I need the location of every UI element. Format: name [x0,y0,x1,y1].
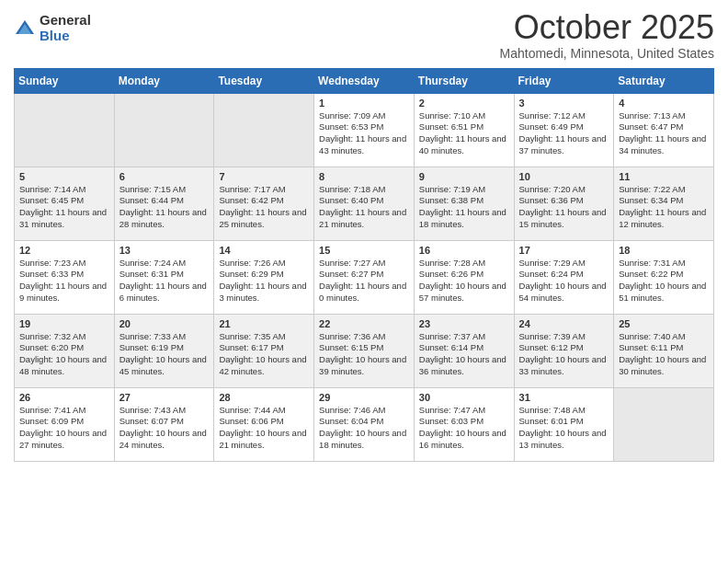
day-content: Sunrise: 7:28 AM Sunset: 6:26 PM Dayligh… [419,258,509,304]
day-number: 6 [119,171,210,182]
day-content: Sunrise: 7:31 AM Sunset: 6:22 PM Dayligh… [619,258,709,304]
day-number: 25 [619,318,709,329]
day-number: 9 [419,171,509,182]
calendar-header-row: SundayMondayTuesdayWednesdayThursdayFrid… [15,68,714,93]
day-number: 26 [19,392,109,403]
calendar-cell: 28Sunrise: 7:44 AM Sunset: 6:06 PM Dayli… [214,387,314,461]
calendar-cell: 17Sunrise: 7:29 AM Sunset: 6:24 PM Dayli… [514,240,614,314]
day-content: Sunrise: 7:09 AM Sunset: 6:53 PM Dayligh… [319,110,409,157]
day-content: Sunrise: 7:15 AM Sunset: 6:44 PM Dayligh… [119,184,210,231]
day-content: Sunrise: 7:40 AM Sunset: 6:11 PM Dayligh… [619,331,709,378]
calendar-cell: 26Sunrise: 7:41 AM Sunset: 6:09 PM Dayli… [15,387,115,461]
logo-blue: Blue [40,29,91,44]
calendar-cell: 5Sunrise: 7:14 AM Sunset: 6:45 PM Daylig… [15,167,115,240]
day-number: 23 [419,318,509,329]
calendar-cell: 7Sunrise: 7:17 AM Sunset: 6:42 PM Daylig… [214,167,314,240]
calendar-cell: 20Sunrise: 7:33 AM Sunset: 6:19 PM Dayli… [114,314,214,387]
day-number: 3 [519,98,609,109]
day-number: 4 [619,98,709,109]
day-number: 2 [419,98,509,109]
day-content: Sunrise: 7:23 AM Sunset: 6:33 PM Dayligh… [19,258,109,304]
day-content: Sunrise: 7:29 AM Sunset: 6:24 PM Dayligh… [519,258,609,304]
calendar-cell: 10Sunrise: 7:20 AM Sunset: 6:36 PM Dayli… [514,167,614,240]
title-section: October 2025 Mahtomedi, Minnesota, Unite… [500,9,714,61]
day-content: Sunrise: 7:20 AM Sunset: 6:36 PM Dayligh… [519,184,609,231]
day-content: Sunrise: 7:39 AM Sunset: 6:12 PM Dayligh… [519,331,609,378]
day-number: 31 [519,392,609,403]
logo: General Blue [14,13,91,43]
calendar-cell: 18Sunrise: 7:31 AM Sunset: 6:22 PM Dayli… [614,240,714,314]
day-content: Sunrise: 7:46 AM Sunset: 6:04 PM Dayligh… [319,405,409,452]
day-content: Sunrise: 7:27 AM Sunset: 6:27 PM Dayligh… [319,258,409,304]
day-number: 27 [119,392,210,403]
calendar-cell [114,93,214,167]
day-content: Sunrise: 7:22 AM Sunset: 6:34 PM Dayligh… [619,184,709,231]
calendar-week-row: 19Sunrise: 7:32 AM Sunset: 6:20 PM Dayli… [15,314,714,387]
day-content: Sunrise: 7:44 AM Sunset: 6:06 PM Dayligh… [219,405,309,452]
header-friday: Friday [514,68,614,93]
day-number: 19 [19,318,109,329]
day-number: 13 [119,245,210,256]
logo-icon [14,17,36,40]
month-title: October 2025 [500,9,714,46]
day-content: Sunrise: 7:17 AM Sunset: 6:42 PM Dayligh… [219,184,309,231]
calendar-cell: 11Sunrise: 7:22 AM Sunset: 6:34 PM Dayli… [614,167,714,240]
day-content: Sunrise: 7:35 AM Sunset: 6:17 PM Dayligh… [219,331,309,378]
calendar-cell [214,93,314,167]
day-content: Sunrise: 7:47 AM Sunset: 6:03 PM Dayligh… [419,405,509,452]
logo-general: General [40,13,91,29]
day-content: Sunrise: 7:36 AM Sunset: 6:15 PM Dayligh… [319,331,409,378]
day-content: Sunrise: 7:32 AM Sunset: 6:20 PM Dayligh… [19,331,109,378]
day-content: Sunrise: 7:26 AM Sunset: 6:29 PM Dayligh… [219,258,309,304]
day-number: 8 [319,171,409,182]
day-number: 7 [219,171,309,182]
day-number: 29 [319,392,409,403]
calendar-week-row: 1Sunrise: 7:09 AM Sunset: 6:53 PM Daylig… [15,93,714,167]
calendar-cell: 14Sunrise: 7:26 AM Sunset: 6:29 PM Dayli… [214,240,314,314]
day-content: Sunrise: 7:33 AM Sunset: 6:19 PM Dayligh… [119,331,210,378]
calendar-cell: 4Sunrise: 7:13 AM Sunset: 6:47 PM Daylig… [614,93,714,167]
day-content: Sunrise: 7:14 AM Sunset: 6:45 PM Dayligh… [19,184,109,231]
day-content: Sunrise: 7:37 AM Sunset: 6:14 PM Dayligh… [419,331,509,378]
day-content: Sunrise: 7:10 AM Sunset: 6:51 PM Dayligh… [419,110,509,157]
day-number: 10 [519,171,609,182]
header-wednesday: Wednesday [314,68,415,93]
calendar-cell: 30Sunrise: 7:47 AM Sunset: 6:03 PM Dayli… [414,387,514,461]
day-number: 18 [619,245,709,256]
day-content: Sunrise: 7:41 AM Sunset: 6:09 PM Dayligh… [19,405,109,452]
day-content: Sunrise: 7:24 AM Sunset: 6:31 PM Dayligh… [119,258,210,304]
calendar-cell: 31Sunrise: 7:48 AM Sunset: 6:01 PM Dayli… [514,387,614,461]
header-sunday: Sunday [15,68,115,93]
day-content: Sunrise: 7:13 AM Sunset: 6:47 PM Dayligh… [619,110,709,157]
header-monday: Monday [114,68,214,93]
calendar-cell: 16Sunrise: 7:28 AM Sunset: 6:26 PM Dayli… [414,240,514,314]
day-number: 24 [519,318,609,329]
day-number: 11 [619,171,709,182]
calendar-cell: 22Sunrise: 7:36 AM Sunset: 6:15 PM Dayli… [314,314,415,387]
calendar-cell: 9Sunrise: 7:19 AM Sunset: 6:38 PM Daylig… [414,167,514,240]
calendar-cell: 3Sunrise: 7:12 AM Sunset: 6:49 PM Daylig… [514,93,614,167]
day-number: 28 [219,392,309,403]
logo-text: General Blue [40,13,91,43]
calendar-cell [15,93,115,167]
day-content: Sunrise: 7:19 AM Sunset: 6:38 PM Dayligh… [419,184,509,231]
calendar-cell: 12Sunrise: 7:23 AM Sunset: 6:33 PM Dayli… [15,240,115,314]
calendar-cell: 23Sunrise: 7:37 AM Sunset: 6:14 PM Dayli… [414,314,514,387]
day-number: 14 [219,245,309,256]
location: Mahtomedi, Minnesota, United States [500,46,714,61]
calendar-cell [614,387,714,461]
day-number: 12 [19,245,109,256]
calendar-cell: 19Sunrise: 7:32 AM Sunset: 6:20 PM Dayli… [15,314,115,387]
header-tuesday: Tuesday [214,68,314,93]
calendar-week-row: 5Sunrise: 7:14 AM Sunset: 6:45 PM Daylig… [15,167,714,240]
page-header: General Blue October 2025 Mahtomedi, Min… [14,9,714,61]
day-number: 22 [319,318,409,329]
day-content: Sunrise: 7:48 AM Sunset: 6:01 PM Dayligh… [519,405,609,452]
calendar-cell: 6Sunrise: 7:15 AM Sunset: 6:44 PM Daylig… [114,167,214,240]
day-content: Sunrise: 7:12 AM Sunset: 6:49 PM Dayligh… [519,110,609,157]
header-saturday: Saturday [614,68,714,93]
day-number: 1 [319,98,409,109]
day-number: 15 [319,245,409,256]
calendar-cell: 1Sunrise: 7:09 AM Sunset: 6:53 PM Daylig… [314,93,415,167]
day-number: 5 [19,171,109,182]
